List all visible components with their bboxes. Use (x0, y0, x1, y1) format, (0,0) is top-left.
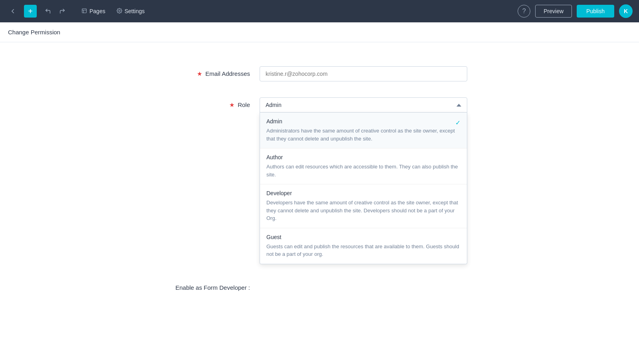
role-option-author[interactable]: Author Authors can edit resources which … (260, 148, 467, 184)
svg-rect-0 (82, 8, 87, 13)
topbar: + (0, 0, 639, 22)
role-admin-title: Admin (266, 118, 460, 125)
email-input-wrapper (260, 66, 467, 81)
topbar-right: ? Preview Publish K (518, 4, 633, 18)
role-dropdown-menu: Admin Administrators have the same amoun… (260, 113, 467, 264)
role-guest-title: Guest (266, 234, 460, 240)
form-section: ★ Email Addresses ★ Role Admin (140, 66, 499, 291)
publish-button[interactable]: Publish (577, 5, 614, 18)
settings-label: Settings (125, 8, 145, 14)
required-star-role: ★ (229, 101, 234, 108)
undo-button[interactable] (42, 5, 54, 18)
topbar-left: + (6, 5, 149, 18)
role-author-title: Author (266, 154, 460, 160)
role-option-developer[interactable]: Developer Developers have the same amoun… (260, 184, 467, 228)
main-content: ★ Email Addresses ★ Role Admin (0, 42, 639, 364)
email-input[interactable] (260, 66, 467, 81)
pages-label: Pages (89, 8, 105, 14)
email-label: ★ Email Addresses (148, 66, 260, 77)
page-title: Change Permission (8, 29, 60, 36)
nav-items: Pages Settings (77, 6, 149, 17)
settings-icon (117, 8, 122, 15)
role-label: ★ Role (148, 97, 260, 109)
subheader: Change Permission (0, 22, 639, 42)
preview-button[interactable]: Preview (535, 5, 572, 18)
settings-nav-item[interactable]: Settings (112, 6, 150, 17)
avatar[interactable]: K (619, 4, 633, 18)
role-select-trigger[interactable]: Admin (260, 97, 467, 113)
back-button[interactable] (6, 5, 19, 18)
svg-point-3 (119, 10, 120, 12)
pages-nav-item[interactable]: Pages (77, 6, 110, 17)
help-button[interactable]: ? (518, 5, 530, 18)
pages-icon (81, 8, 87, 15)
check-icon: ✓ (455, 119, 460, 127)
required-star-email: ★ (197, 70, 202, 77)
form-developer-label: Enable as Form Developer : (148, 280, 260, 291)
role-selected-value: Admin (266, 102, 282, 108)
add-button[interactable]: + (24, 5, 37, 18)
role-guest-desc: Guests can edit and publish the resource… (266, 243, 460, 258)
role-option-guest[interactable]: Guest Guests can edit and publish the re… (260, 228, 467, 264)
form-developer-row: Enable as Form Developer : (148, 280, 491, 291)
email-row: ★ Email Addresses (148, 66, 491, 81)
role-author-desc: Authors can edit resources which are acc… (266, 163, 460, 178)
redo-button[interactable] (56, 5, 69, 18)
role-admin-desc: Administrators have the same amount of c… (266, 127, 460, 142)
undo-redo-group (42, 5, 69, 18)
role-row: ★ Role Admin Admin Administrators have t… (148, 97, 491, 264)
role-developer-desc: Developers have the same amount of creat… (266, 199, 460, 222)
chevron-up-icon (456, 104, 461, 107)
role-option-admin[interactable]: Admin Administrators have the same amoun… (260, 113, 467, 148)
role-dropdown-wrapper: Admin Admin Administrators have the same… (260, 97, 467, 264)
role-developer-title: Developer (266, 190, 460, 196)
